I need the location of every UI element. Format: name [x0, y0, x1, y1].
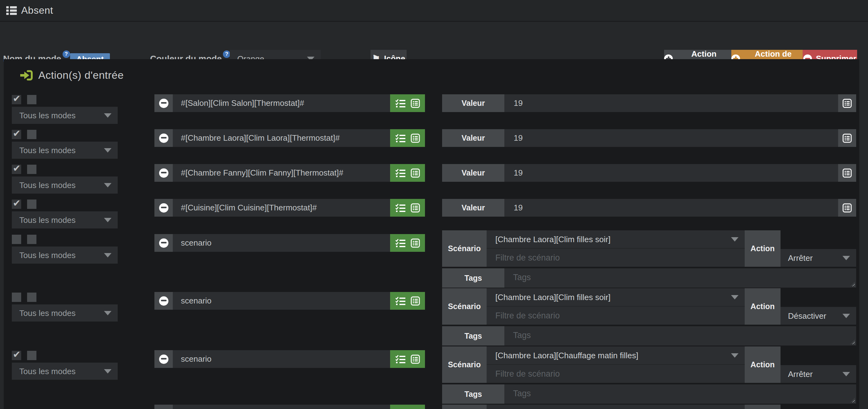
- command-detail-button[interactable]: [411, 296, 420, 306]
- action-label: Action: [745, 230, 780, 267]
- command-detail-button[interactable]: [411, 99, 420, 108]
- command-detail-button[interactable]: [411, 203, 420, 213]
- action-enabled-checkbox[interactable]: [12, 130, 21, 139]
- command-row: [154, 164, 425, 182]
- tags-field: [504, 384, 856, 404]
- mode-filter-value: Tous les modes: [19, 215, 76, 225]
- mode-filter-select[interactable]: Tous les modes: [12, 363, 118, 380]
- list-box-icon: [411, 203, 420, 213]
- action-value: Arrêter: [788, 369, 813, 379]
- scenario-select[interactable]: [487, 405, 745, 409]
- value-options-button[interactable]: [838, 94, 856, 112]
- value-input[interactable]: [504, 199, 838, 217]
- command-input[interactable]: [173, 129, 390, 147]
- tags-input[interactable]: [504, 384, 856, 404]
- tags-field: [504, 268, 856, 288]
- scenario-select[interactable]: [Chambre Laora][Chauffage matin filles]: [487, 346, 745, 364]
- toolbar: Nom du mode ? Absent Couleur du mode ? O…: [0, 22, 868, 59]
- remove-action-button[interactable]: [154, 234, 173, 252]
- remove-action-button[interactable]: [154, 164, 173, 182]
- command-detail-button[interactable]: [411, 133, 420, 143]
- select-command-button[interactable]: [395, 168, 406, 178]
- select-command-button[interactable]: [395, 354, 406, 364]
- action-background-checkbox[interactable]: [27, 165, 36, 174]
- action-select[interactable]: Arrêter: [780, 365, 856, 383]
- mode-filter-select[interactable]: Tous les modes: [12, 305, 118, 321]
- action-background-checkbox[interactable]: [27, 235, 36, 244]
- action-select[interactable]: Arrêter: [780, 249, 856, 267]
- value-options-button[interactable]: [838, 129, 856, 147]
- action-background-checkbox[interactable]: [27, 292, 36, 302]
- command-input[interactable]: [173, 350, 390, 368]
- mode-filter-select[interactable]: Tous les modes: [12, 211, 118, 228]
- list-box-icon: [411, 354, 420, 364]
- action-background-checkbox[interactable]: [27, 199, 36, 209]
- command-input[interactable]: [173, 234, 390, 252]
- scenario-filter-input[interactable]: [487, 306, 745, 325]
- remove-action-button[interactable]: [154, 199, 173, 217]
- scenario-block: Scénario [Chambre Laora][Chauffage matin…: [442, 346, 856, 404]
- action-background-checkbox[interactable]: [27, 351, 36, 360]
- mode-filter-select[interactable]: Tous les modes: [12, 107, 118, 124]
- select-command-button[interactable]: [395, 203, 406, 213]
- command-input[interactable]: [173, 405, 390, 409]
- remove-action-button[interactable]: [154, 129, 173, 147]
- command-tools: [390, 129, 425, 147]
- list-box-icon: [411, 168, 420, 178]
- command-input[interactable]: [173, 199, 390, 217]
- remove-action-button[interactable]: [154, 292, 173, 310]
- mode-filter-select[interactable]: Tous les modes: [12, 177, 118, 194]
- action-select[interactable]: Désactiver: [780, 307, 856, 325]
- value-input[interactable]: [504, 94, 838, 112]
- value-options-button[interactable]: [838, 199, 856, 217]
- select-command-button[interactable]: [395, 296, 406, 306]
- scenario-select[interactable]: [Chambre Laora][Clim filles soir]: [487, 230, 745, 248]
- scenario-filter-input[interactable]: [487, 364, 745, 383]
- select-command-button[interactable]: [395, 133, 406, 143]
- action-background-checkbox[interactable]: [27, 130, 36, 139]
- checklist-icon: [395, 239, 406, 248]
- scenario-filter-input[interactable]: [487, 248, 745, 267]
- action-enabled-checkbox[interactable]: [12, 199, 21, 209]
- command-detail-button[interactable]: [411, 168, 420, 178]
- scenario-select[interactable]: [Chambre Laora][Clim filles soir]: [487, 288, 745, 306]
- tags-label: Tags: [442, 384, 504, 404]
- mode-filter-value: Tous les modes: [19, 111, 76, 120]
- help-icon[interactable]: ?: [63, 51, 70, 58]
- command-row: [154, 94, 425, 112]
- select-command-button[interactable]: [395, 99, 406, 108]
- list-box-icon: [411, 239, 420, 248]
- minus-circle-icon: [159, 239, 168, 248]
- remove-action-button[interactable]: [154, 405, 173, 409]
- mode-filter-select[interactable]: Tous les modes: [12, 141, 118, 159]
- command-tools: [390, 350, 425, 368]
- remove-action-button[interactable]: [154, 350, 173, 368]
- checklist-icon: [395, 133, 406, 143]
- tags-input[interactable]: [504, 268, 856, 288]
- value-options-button[interactable]: [838, 164, 856, 182]
- command-detail-button[interactable]: [411, 354, 420, 364]
- action-enabled-checkbox[interactable]: [12, 165, 21, 174]
- value-input[interactable]: [504, 164, 838, 182]
- action-enabled-checkbox[interactable]: [12, 95, 21, 104]
- command-detail-button[interactable]: [411, 239, 420, 248]
- command-input[interactable]: [173, 292, 390, 310]
- minus-circle-icon: [159, 133, 168, 143]
- action-enabled-checkbox[interactable]: [12, 292, 21, 302]
- remove-action-button[interactable]: [154, 94, 173, 112]
- action-enabled-checkbox[interactable]: [12, 235, 21, 244]
- checklist-icon: [395, 296, 406, 306]
- action-enabled-checkbox[interactable]: [12, 351, 21, 360]
- select-command-button[interactable]: [395, 239, 406, 248]
- action-background-checkbox[interactable]: [27, 95, 36, 104]
- tags-input[interactable]: [504, 326, 856, 346]
- mode-filter-value: Tous les modes: [19, 145, 76, 155]
- mode-filter-select[interactable]: Tous les modes: [12, 247, 118, 264]
- chevron-down-icon: [731, 353, 739, 358]
- command-input[interactable]: [173, 164, 390, 182]
- command-input[interactable]: [173, 94, 390, 112]
- checklist-icon: [395, 354, 406, 364]
- help-icon[interactable]: ?: [223, 51, 230, 58]
- command-tools: [390, 199, 425, 217]
- value-input[interactable]: [504, 129, 838, 147]
